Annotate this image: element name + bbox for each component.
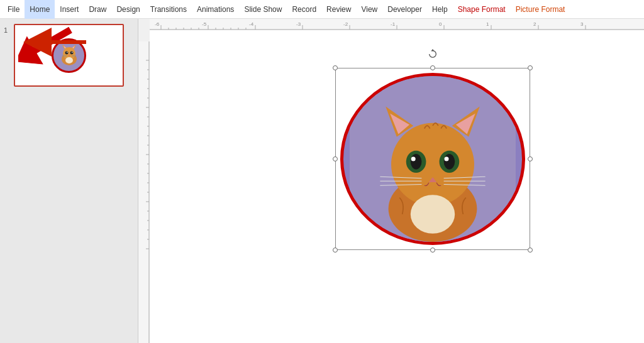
svg-point-88 <box>411 156 416 161</box>
slide-panel: 1 <box>0 19 138 343</box>
menu-design[interactable]: Design <box>111 0 145 19</box>
canvas-area: -6 -5 -4 -3 -2 -1 0 1 2 3 <box>138 19 644 343</box>
slide-canvas: -1 0 1 2 3 <box>138 30 644 343</box>
svg-point-87 <box>444 154 455 170</box>
rotate-icon <box>428 48 438 60</box>
menu-transitions[interactable]: Transitions <box>145 0 192 19</box>
handle-bottom-left[interactable] <box>333 248 338 253</box>
menu-slideshow[interactable]: Slide Show <box>239 0 287 19</box>
app-body: 1 <box>0 19 644 343</box>
menu-view[interactable]: View <box>356 0 382 19</box>
svg-text:0: 0 <box>439 21 442 27</box>
svg-text:-2: -2 <box>343 21 348 27</box>
svg-point-79 <box>391 123 474 206</box>
svg-text:-5: -5 <box>202 21 207 27</box>
svg-text:-1: -1 <box>391 21 396 27</box>
svg-text:-3: -3 <box>296 21 301 27</box>
slide-thumbnail[interactable] <box>14 24 124 87</box>
handle-top-center[interactable] <box>430 65 435 70</box>
menu-record[interactable]: Record <box>287 0 321 19</box>
menu-animations[interactable]: Animations <box>192 0 239 19</box>
cat-shape[interactable] <box>335 68 530 250</box>
slide-list: 1 <box>4 24 134 87</box>
horizontal-ruler: -6 -5 -4 -3 -2 -1 0 1 2 3 <box>150 19 644 30</box>
svg-marker-1 <box>23 28 86 57</box>
rotate-handle[interactable] <box>428 49 438 59</box>
handle-bottom-right[interactable] <box>528 248 533 253</box>
svg-point-89 <box>444 156 448 161</box>
svg-text:-4: -4 <box>249 21 254 27</box>
handle-middle-left[interactable] <box>333 156 338 161</box>
handle-middle-right[interactable] <box>528 156 533 161</box>
svg-text:1: 1 <box>486 21 489 27</box>
menu-shapeformat[interactable]: Shape Format <box>453 0 511 19</box>
svg-point-86 <box>411 154 422 170</box>
menu-file[interactable]: File <box>3 0 25 19</box>
cat-image-icon <box>343 76 522 242</box>
svg-point-97 <box>411 195 455 234</box>
cat-circle <box>340 73 525 245</box>
slide-number: 1 <box>4 26 11 34</box>
arrow-icon <box>20 24 89 67</box>
menu-home[interactable]: Home <box>25 0 55 19</box>
menu-insert[interactable]: Insert <box>55 0 84 19</box>
menu-help[interactable]: Help <box>427 0 453 19</box>
menu-bar: File Home Insert Draw Design Transitions… <box>0 0 644 19</box>
handle-bottom-center[interactable] <box>430 248 435 253</box>
menu-pictureformat[interactable]: Picture Format <box>511 0 570 19</box>
svg-text:-6: -6 <box>155 21 160 27</box>
svg-marker-76 <box>431 49 434 52</box>
menu-review[interactable]: Review <box>321 0 356 19</box>
menu-draw[interactable]: Draw <box>84 0 111 19</box>
svg-text:2: 2 <box>533 21 536 27</box>
svg-text:3: 3 <box>580 21 584 27</box>
slide-content <box>150 30 644 343</box>
vertical-ruler: -1 0 1 2 3 <box>138 41 150 343</box>
menu-developer[interactable]: Developer <box>382 0 427 19</box>
handle-top-right[interactable] <box>528 65 533 70</box>
handle-top-left[interactable] <box>333 65 338 70</box>
